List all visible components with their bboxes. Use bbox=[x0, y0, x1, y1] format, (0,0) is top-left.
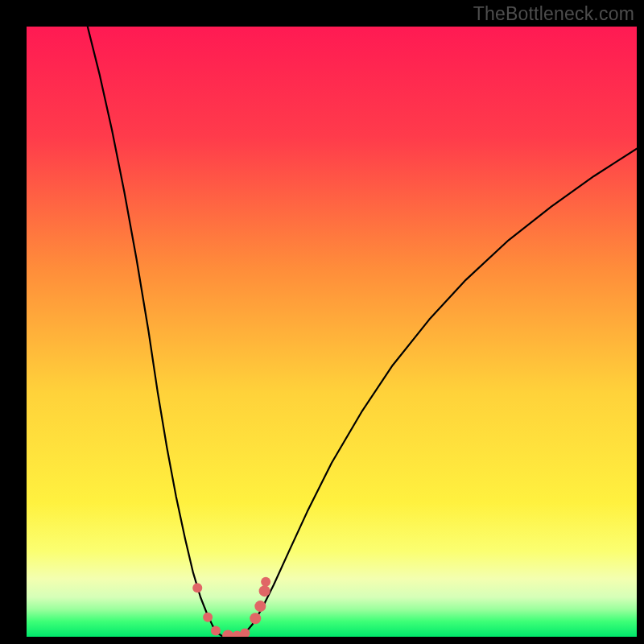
data-marker bbox=[259, 585, 270, 597]
data-marker bbox=[203, 613, 213, 622]
plot-area bbox=[27, 27, 637, 637]
outer-frame: TheBottleneck.com bbox=[0, 0, 644, 644]
data-marker bbox=[211, 625, 221, 635]
watermark-text: TheBottleneck.com bbox=[473, 3, 634, 25]
data-marker bbox=[250, 613, 261, 624]
gradient-background bbox=[27, 27, 637, 637]
data-marker bbox=[192, 583, 202, 592]
data-marker bbox=[254, 601, 266, 612]
data-marker bbox=[261, 577, 270, 587]
bottleneck-chart bbox=[27, 27, 637, 637]
